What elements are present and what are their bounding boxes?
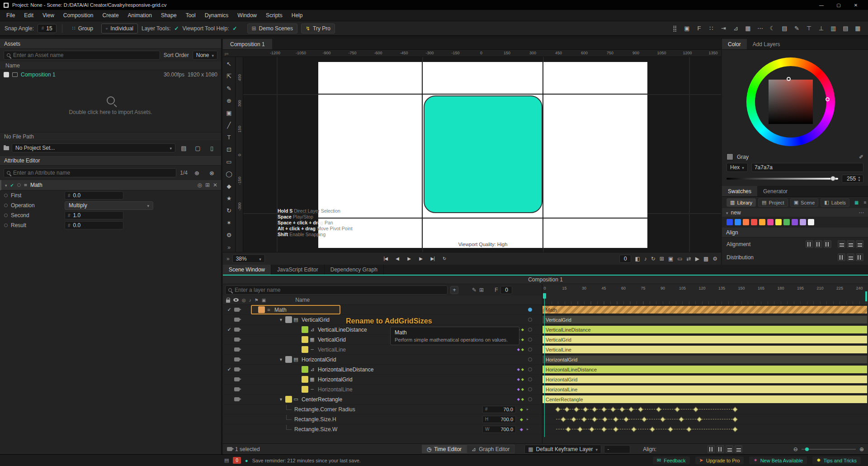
layer-search-input[interactable]: Enter a layer name (225, 285, 448, 295)
keyframe-diamond[interactable] (574, 407, 579, 412)
asset-color-swatch[interactable] (4, 72, 9, 77)
node-dot-icon[interactable] (528, 367, 532, 371)
refresh-icon[interactable]: ↻ (651, 256, 656, 262)
keyframe-diamond[interactable] (592, 417, 597, 422)
play-button[interactable]: ▶ (404, 254, 414, 263)
keyframe-diamond[interactable] (632, 427, 637, 432)
render-visibility-icon[interactable] (233, 397, 241, 401)
direct-select-tool[interactable]: ⇱ (223, 70, 235, 82)
color-swatch[interactable] (775, 219, 782, 225)
keyframe-diamond[interactable] (675, 407, 679, 412)
attribute-search-input[interactable]: Enter an Attribute name (4, 168, 176, 177)
export-icon[interactable]: ▢ (192, 143, 203, 153)
library-tab[interactable]: ▤Project (758, 198, 788, 207)
current-color-swatch[interactable] (726, 153, 733, 160)
display-icon[interactable]: ▭ (677, 256, 682, 262)
layer-name[interactable]: VerticalLineDistance (318, 327, 367, 333)
keyframe-diamond[interactable] (668, 427, 673, 432)
align-center-h-button[interactable] (815, 240, 822, 248)
align-keys-left-button[interactable] (708, 445, 715, 453)
keyframe-diamond[interactable] (656, 407, 661, 412)
asset-import-dropzone[interactable]: Double click here to import Assets. (0, 79, 221, 133)
step-back-button[interactable]: ◀ (392, 254, 402, 263)
horizontal-grid-line[interactable] (318, 218, 647, 219)
statusbar-link[interactable]: ➤ Upgrade to Pro (695, 456, 744, 464)
zoom-out-icon[interactable]: ⊖ (793, 446, 798, 452)
keyframe-diamond[interactable] (732, 427, 737, 432)
try-pro-button[interactable]: ↯Try Pro (301, 24, 335, 33)
checker-icon[interactable]: ▩ (703, 256, 708, 262)
attribute-name[interactable]: Rectangle.Size.H (294, 416, 336, 423)
keyframe-diamond[interactable] (686, 427, 691, 432)
align-keys-right-button[interactable] (726, 445, 733, 453)
add-layer-button[interactable]: + (450, 286, 458, 294)
socket-icon[interactable] (4, 194, 8, 197)
timeline-tab[interactable]: JavaScript Editor (271, 265, 325, 275)
hex-input[interactable]: 7a7a7a (751, 163, 863, 172)
track-bar[interactable]: Math (542, 306, 867, 314)
align-bottom-icon[interactable]: ⊥ (816, 23, 827, 34)
menu-item[interactable]: Scripts (261, 12, 287, 19)
track-bar[interactable]: HorizontalLineDistance (542, 366, 867, 373)
keyframe-diamond[interactable] (732, 407, 737, 412)
keyframe-diamond[interactable] (623, 417, 628, 422)
expand-chevron-icon[interactable]: ▼ (279, 318, 285, 322)
align-keys-grid-button[interactable] (735, 445, 742, 453)
saturation-square[interactable] (769, 80, 813, 124)
node-dot-icon[interactable] (528, 397, 532, 401)
layer-track[interactable]: Math (542, 305, 868, 315)
layer-name[interactable]: VerticalLine (318, 347, 346, 353)
layer-name[interactable]: HorizontalLine (318, 386, 353, 393)
ellipsis-icon[interactable]: ⋯ (755, 23, 766, 34)
eye-icon[interactable] (233, 298, 239, 302)
slider-handle[interactable] (830, 176, 835, 181)
layer-color-swatch[interactable] (302, 386, 308, 393)
menu-item[interactable]: File (2, 12, 19, 19)
asset-search-input[interactable]: Enter an Asset name (4, 51, 160, 60)
sort-order-select[interactable]: None (193, 51, 217, 60)
attribute-value-field[interactable]: W700.0 (482, 426, 516, 433)
keyframe-diamond[interactable] (610, 407, 615, 412)
color-swatch[interactable] (792, 219, 798, 225)
check-icon[interactable] (226, 366, 233, 372)
node-dot-icon[interactable] (528, 308, 532, 312)
menu-item[interactable]: Composition (59, 12, 98, 19)
cells-icon[interactable]: ▦ (852, 23, 863, 34)
rectangle-tool[interactable]: ▭ (223, 156, 235, 168)
library-tab[interactable]: ◧Labels (821, 198, 849, 207)
layer-track[interactable]: CenterRectangle (542, 395, 868, 404)
render-visibility-icon[interactable] (233, 328, 241, 332)
layer-name[interactable]: VerticalGrid (302, 317, 330, 323)
library-tab[interactable]: ▥Library (726, 198, 756, 207)
keyframe-diamond[interactable] (583, 407, 588, 412)
pan-tool[interactable]: ⊕ (223, 95, 235, 107)
scatter-icon[interactable]: ∷ (706, 23, 717, 34)
attribute-name[interactable]: Rectangle.Size.W (294, 426, 337, 433)
keyframe-diamond[interactable] (571, 417, 576, 422)
moon-icon[interactable]: ☾ (767, 23, 778, 34)
grid-view-icon[interactable]: ▦ (853, 199, 860, 206)
keyframe-filter-field[interactable]: - (604, 445, 630, 453)
rotate-tool[interactable]: ↻ (223, 204, 235, 217)
layer-name[interactable]: VerticalGrid (318, 337, 346, 343)
alpha-field[interactable]: 255▲▼ (842, 175, 863, 183)
next-keyframe-icon[interactable] (527, 417, 528, 421)
statusbar-link[interactable]: ✉ Feedback (653, 456, 690, 464)
keyframe-diamond[interactable] (601, 407, 606, 412)
keyframe-diamond[interactable] (697, 417, 702, 422)
track-bar[interactable]: VerticalLineDistance (542, 326, 867, 333)
snap-angle-field[interactable]: #15 (38, 24, 57, 33)
step-forward-button[interactable]: ▶ (416, 254, 426, 263)
node-dot-icon[interactable] (528, 338, 532, 342)
columns-icon[interactable]: ▥ (828, 23, 839, 34)
keyframe-diamond[interactable] (613, 417, 618, 422)
operation-select[interactable]: Multiply (65, 201, 153, 210)
frame-tool[interactable]: ⊡ (223, 143, 235, 156)
align-keys-center-button[interactable] (717, 445, 724, 453)
send-forward-icon[interactable]: ⇥ (718, 23, 729, 34)
check-icon[interactable] (226, 327, 233, 333)
layer-row[interactable]: ▼ CenterRectangle ◆◆ (223, 395, 542, 404)
attribute-value-field[interactable]: H700.0 (482, 416, 516, 423)
keyframe-diamond[interactable] (693, 407, 698, 412)
layer-track[interactable]: VerticalGrid (542, 335, 868, 345)
